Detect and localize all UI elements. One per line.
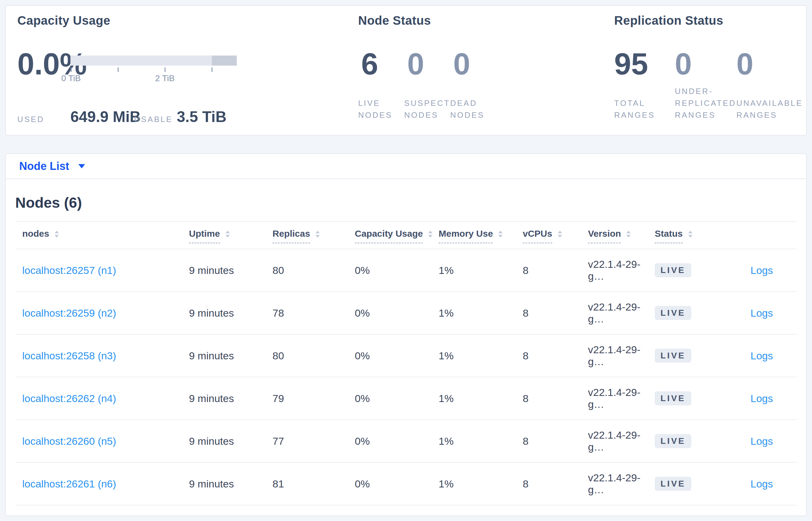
- capacity-cell: 0%: [355, 435, 438, 447]
- node-list-dropdown-label: Node List: [19, 160, 69, 173]
- axis-tick-label: 0 TiB: [57, 73, 85, 83]
- logs-link[interactable]: Logs: [750, 392, 773, 404]
- usable-label: USABLE: [134, 113, 173, 126]
- vcpus-cell: 8: [523, 478, 588, 490]
- axis-tick: [212, 67, 212, 72]
- status-badge: LIVE: [655, 477, 691, 491]
- axis-tick: [71, 67, 72, 72]
- unavailable-ranges-label: UNAVAILABLE RANGES: [736, 97, 802, 121]
- axis-tick: [118, 67, 119, 72]
- node-link[interactable]: localhost:26259 (n2): [22, 307, 116, 319]
- capacity-cell: 0%: [355, 392, 438, 405]
- capacity-cell: 0%: [355, 478, 438, 490]
- column-header-memory-use[interactable]: Memory Use: [438, 228, 503, 244]
- memory-cell: 1%: [438, 478, 523, 490]
- node-status-title: Node Status: [358, 14, 431, 27]
- node-link[interactable]: localhost:26262 (n4): [22, 392, 116, 404]
- version-cell: v22.1.4-29-g…: [588, 472, 655, 496]
- column-header-replicas[interactable]: Replicas: [272, 228, 320, 244]
- sort-icon: [225, 231, 230, 237]
- capacity-cell: 0%: [355, 350, 438, 362]
- uptime-cell: 9 minutes: [189, 350, 272, 362]
- node-link[interactable]: localhost:26258 (n3): [22, 350, 116, 361]
- uptime-cell: 9 minutes: [189, 265, 272, 276]
- live-nodes-label: LIVE NODES: [358, 97, 389, 121]
- capacity-cell: 0%: [355, 265, 438, 276]
- logs-link[interactable]: Logs: [750, 350, 773, 361]
- column-header-uptime[interactable]: Uptime: [189, 228, 230, 244]
- capacity-usage-title: Capacity Usage: [17, 14, 110, 27]
- node-list-dropdown[interactable]: Node List: [19, 160, 85, 173]
- total-ranges-label: TOTAL RANGES: [614, 97, 651, 121]
- vcpus-cell: 8: [523, 265, 588, 276]
- column-header-nodes[interactable]: nodes: [22, 228, 59, 244]
- sort-icon: [558, 231, 562, 237]
- vcpus-cell: 8: [523, 307, 588, 319]
- replicas-cell: 80: [272, 350, 355, 362]
- node-status-labels: LIVE NODES SUSPECT NODES DEAD NODES: [358, 85, 496, 121]
- replication-values: 95 0 0: [614, 48, 754, 79]
- version-cell: v22.1.4-29-g…: [588, 258, 655, 282]
- live-nodes-value: 6: [358, 48, 404, 79]
- table-row: localhost:26259 (n2) 9 minutes 78 0% 1% …: [15, 292, 797, 335]
- replication-status-title: Replication Status: [614, 14, 723, 27]
- node-link[interactable]: localhost:26260 (n5): [22, 435, 116, 447]
- replicas-cell: 77: [272, 435, 355, 447]
- memory-cell: 1%: [438, 307, 523, 319]
- uptime-cell: 9 minutes: [189, 307, 272, 319]
- column-header-vcpus[interactable]: vCPUs: [523, 228, 562, 244]
- axis-tick: [165, 67, 166, 72]
- node-link[interactable]: localhost:26257 (n1): [22, 265, 116, 276]
- vcpus-cell: 8: [523, 435, 588, 447]
- unavailable-ranges-value: 0: [736, 48, 754, 79]
- table-row: localhost:26261 (n6) 9 minutes 81 0% 1% …: [15, 463, 797, 505]
- replicas-cell: 79: [272, 392, 355, 405]
- memory-cell: 1%: [438, 392, 523, 405]
- status-badge: LIVE: [655, 306, 691, 320]
- column-header-capacity-usage[interactable]: Capacity Usage: [355, 228, 432, 244]
- dead-nodes-label: DEAD NODES: [450, 97, 482, 121]
- under-replicated-ranges-label: UNDER-REPLICATED RANGES: [675, 85, 734, 121]
- version-cell: v22.1.4-29-g…: [588, 301, 655, 325]
- vcpus-cell: 8: [523, 392, 588, 405]
- nodes-table-card: Nodes (6) nodes Uptime Replicas Capacity…: [5, 179, 807, 516]
- logs-link[interactable]: Logs: [750, 478, 773, 490]
- sort-icon: [688, 231, 693, 237]
- logs-link[interactable]: Logs: [750, 435, 773, 447]
- uptime-cell: 9 minutes: [189, 392, 272, 405]
- nodes-table-heading: Nodes (6): [6, 179, 806, 221]
- node-list-bar: Node List: [5, 154, 807, 179]
- capacity-cell: 0%: [355, 307, 438, 319]
- suspect-nodes-value: 0: [404, 48, 450, 79]
- vcpus-cell: 8: [523, 350, 588, 362]
- suspect-nodes-label: SUSPECT NODES: [404, 97, 442, 121]
- version-cell: v22.1.4-29-g…: [588, 344, 655, 367]
- used-label: USED: [17, 113, 44, 126]
- replication-labels: TOTAL RANGES UNDER-REPLICATED RANGES UNA…: [614, 85, 802, 121]
- column-header-version[interactable]: Version: [588, 228, 631, 244]
- capacity-usage-bar: [70, 55, 237, 66]
- replicas-cell: 78: [272, 307, 355, 319]
- dead-nodes-value: 0: [450, 48, 496, 79]
- table-row: localhost:26260 (n5) 9 minutes 77 0% 1% …: [15, 420, 797, 463]
- column-header-status[interactable]: Status: [655, 228, 693, 244]
- version-cell: v22.1.4-29-g…: [588, 429, 655, 453]
- sort-icon: [428, 231, 432, 237]
- table-row: localhost:26258 (n3) 9 minutes 80 0% 1% …: [15, 335, 797, 377]
- under-replicated-ranges-value: 0: [675, 48, 736, 79]
- capacity-bar-segment: [212, 55, 237, 66]
- status-badge: LIVE: [655, 263, 691, 277]
- cluster-summary-card: Capacity Usage 0.0% 0 TiB 2 TiB USED 649…: [5, 5, 807, 136]
- total-ranges-value: 95: [614, 48, 675, 79]
- logs-link[interactable]: Logs: [750, 307, 773, 319]
- sort-icon: [315, 231, 320, 237]
- logs-link[interactable]: Logs: [750, 265, 773, 276]
- node-link[interactable]: localhost:26261 (n6): [22, 478, 116, 490]
- usable-value: 3.5 TiB: [177, 108, 226, 126]
- uptime-cell: 9 minutes: [189, 478, 272, 490]
- node-status-values: 6 0 0: [358, 48, 496, 79]
- table-row: localhost:26262 (n4) 9 minutes 79 0% 1% …: [15, 377, 797, 420]
- sort-icon: [54, 231, 59, 237]
- status-badge: LIVE: [655, 349, 691, 363]
- memory-cell: 1%: [438, 265, 523, 276]
